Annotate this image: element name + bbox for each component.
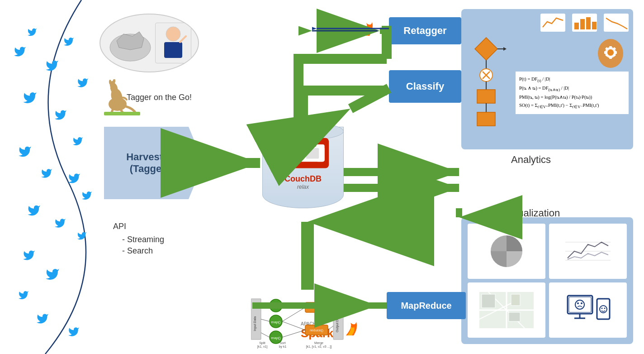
svg-point-73 <box>577 302 579 304</box>
svg-line-101 <box>282 330 305 337</box>
svg-text:Sort: Sort <box>280 341 286 344</box>
mapreduce-diagram: Input Data map() map() map() reduce() re… <box>251 290 378 349</box>
bar-chart-icon <box>572 14 597 32</box>
svg-point-20 <box>300 140 305 145</box>
svg-line-100 <box>282 321 305 330</box>
map-svg <box>479 292 534 328</box>
api-search: - Search <box>122 246 164 256</box>
twitter-bird-7 <box>72 136 83 149</box>
analytics-formula-area: P(t) = DF(t) / |D| P(t₁ ∧ t₂) = DF(t₁∧t₂… <box>516 35 629 144</box>
svg-rect-69 <box>511 294 520 306</box>
twitter-bird-11 <box>81 190 92 204</box>
twitter-bird-2 <box>45 59 59 76</box>
svg-point-2 <box>166 27 180 41</box>
svg-text:by k1: by k1 <box>279 345 287 349</box>
svg-point-79 <box>601 308 603 309</box>
mapreduce-box: MapReduce <box>387 292 466 319</box>
svg-line-98 <box>282 306 305 307</box>
svg-text:reduce(): reduce() <box>310 306 323 310</box>
twitter-bird-3 <box>63 36 74 50</box>
classify-label: Classify <box>406 81 444 92</box>
viz-computer <box>549 282 627 338</box>
svg-line-93 <box>261 333 270 337</box>
twitter-bird-19 <box>68 326 80 341</box>
svg-line-4 <box>180 36 186 42</box>
twitter-bird-5 <box>23 91 37 109</box>
couchdb-logo-icon <box>274 136 332 172</box>
svg-text:map(): map() <box>271 320 281 324</box>
svg-line-92 <box>261 319 270 321</box>
pie-chart-svg <box>488 233 525 269</box>
spark-top-logo: APACHE Spark <box>314 19 378 41</box>
svg-rect-42 <box>477 112 495 126</box>
svg-marker-44 <box>503 47 507 51</box>
line-chart-icon <box>540 14 565 32</box>
line-chart-mini-svg <box>561 233 615 269</box>
svg-rect-13 <box>104 112 140 115</box>
decrease-chart-icon <box>604 14 629 32</box>
couchdb-sublabel: relax <box>297 184 309 190</box>
svg-rect-30 <box>580 19 585 29</box>
harvester-box: Harvester (Tagger) <box>104 127 204 199</box>
svg-rect-32 <box>592 22 597 29</box>
formula-3: PMI(t₁, t₂) = log(P(t₁∧t₂) / P(t₁)·P(t₂)… <box>519 93 625 101</box>
mapreduce-diagram-svg: Input Data map() map() map() reduce() re… <box>251 290 378 349</box>
analytics-label: Analytics <box>511 154 551 166</box>
formula-2: P(t₁ ∧ t₂) = DF(t₁∧t₂) / |D| <box>519 84 625 93</box>
retagger-label: Retagger <box>403 25 446 37</box>
svg-rect-67 <box>482 294 495 308</box>
thought-bubble <box>99 14 199 72</box>
classify-box: Classify <box>389 70 461 103</box>
svg-point-74 <box>581 302 582 304</box>
twitter-bird-13 <box>54 217 66 232</box>
viz-content-grid <box>466 222 629 340</box>
analytics-chart-icons <box>466 14 629 32</box>
analytics-formulas: P(t) = DF(t) / |D| P(t₁ ∧ t₂) = DF(t₁∧t₂… <box>516 72 629 114</box>
twitter-bird-6 <box>54 109 67 124</box>
svg-line-99 <box>282 307 305 321</box>
twitter-bird-15 <box>23 249 35 265</box>
svg-text:Input Data: Input Data <box>253 316 257 331</box>
svg-text:[k1, v1]: [k1, v1] <box>257 345 268 349</box>
ai-head-icon <box>595 35 626 72</box>
viz-map <box>468 282 545 338</box>
twitter-bird-4 <box>77 77 89 92</box>
australia-map-icon <box>108 23 153 63</box>
twitter-bird-8 <box>18 145 32 162</box>
twitter-bird-0 <box>14 45 26 61</box>
viz-line-chart <box>549 224 627 279</box>
twitter-bird-16 <box>45 267 60 285</box>
analytics-panel: P(t) = DF(t) / |D| P(t₁ ∧ t₂) = DF(t₁∧t₂… <box>461 9 633 149</box>
svg-line-104 <box>328 307 333 312</box>
svg-text:[k1, [v1, v2, v3 ...]]: [k1, [v1, v2, v3 ...]] <box>306 345 332 349</box>
couchdb-area: CouchDB relax <box>262 118 344 217</box>
person-icon <box>160 25 187 61</box>
svg-text:map(): map() <box>271 304 281 308</box>
couchdb-logo: CouchDB relax <box>271 136 335 190</box>
api-streaming: - Streaming <box>122 235 164 244</box>
svg-text:Spark: Spark <box>317 27 350 40</box>
svg-rect-3 <box>164 42 182 58</box>
svg-text:reduce(): reduce() <box>310 328 323 332</box>
api-section: API - Streaming - Search <box>113 222 164 258</box>
formula-4: SO(t) = Σt'∈V⁺PMI(t,t') − Σt'∈V⁻PMI(t,t'… <box>519 101 625 110</box>
harvester-text: Harvester (Tagger) <box>126 151 181 175</box>
svg-text:Output Data: Output Data <box>336 315 339 332</box>
spark-top-area: APACHE Spark <box>314 17 378 42</box>
couchdb-label: CouchDB <box>284 174 322 184</box>
tagger-area: Tagger on the Go! <box>99 14 226 131</box>
mapreduce-label: MapReduce <box>401 301 451 311</box>
twitter-section <box>0 0 99 354</box>
svg-point-80 <box>604 308 606 309</box>
retagger-box: Retagger <box>389 17 461 44</box>
twitter-bird-18 <box>36 312 49 328</box>
svg-rect-71 <box>569 297 591 312</box>
svg-rect-16 <box>281 144 290 162</box>
svg-line-105 <box>328 326 333 330</box>
analytics-content-area: P(t) = DF(t) / |D| P(t₁ ∧ t₂) = DF(t₁∧t₂… <box>466 35 629 144</box>
svg-rect-19 <box>306 148 319 159</box>
svg-rect-77 <box>597 299 610 319</box>
twitter-bird-14 <box>77 231 87 244</box>
flowchart-svg <box>466 35 507 135</box>
twitter-bird-9 <box>41 167 52 182</box>
